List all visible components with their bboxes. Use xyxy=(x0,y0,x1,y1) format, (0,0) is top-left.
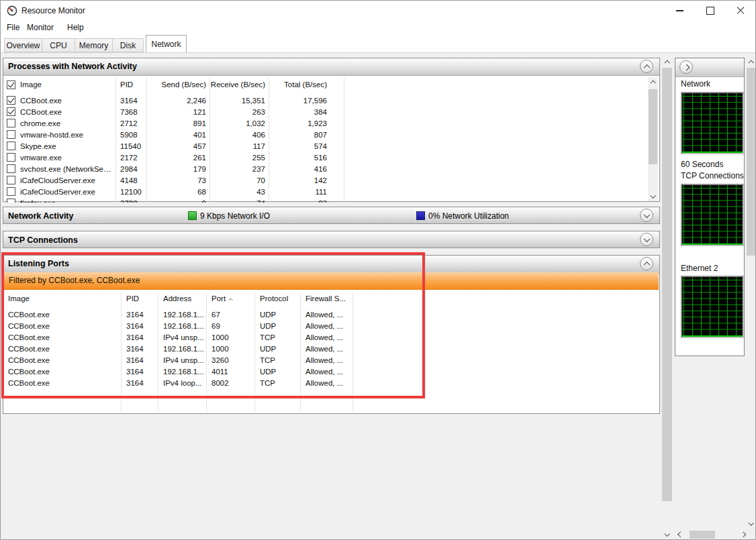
scroll-down-icon[interactable] xyxy=(648,191,658,201)
process-row[interactable]: CCBoot.exe31642,24615,35117,596 xyxy=(7,95,646,106)
network-io-legend-icon xyxy=(188,211,197,220)
scroll-down-icon[interactable] xyxy=(746,519,756,529)
port-pid: 3164 xyxy=(121,311,158,319)
scrollbar-thumb[interactable] xyxy=(747,68,756,256)
process-row[interactable]: Skype.exe11540457117574 xyxy=(7,140,646,152)
process-checkbox[interactable] xyxy=(7,187,15,196)
process-send: 179 xyxy=(146,165,209,173)
tab-network[interactable]: Network xyxy=(146,35,187,52)
collapse-listening-ports-button[interactable] xyxy=(640,257,653,270)
process-send: 891 xyxy=(146,119,209,127)
scroll-down-icon[interactable] xyxy=(661,529,673,539)
process-pid: 11540 xyxy=(115,142,146,150)
process-checkbox[interactable] xyxy=(7,176,15,184)
process-row[interactable]: svchost.exe (NetworkService...2984179237… xyxy=(7,163,646,174)
chevron-right-icon xyxy=(683,64,690,70)
header-pid[interactable]: PID xyxy=(115,80,146,89)
header-address[interactable]: Address xyxy=(158,294,206,303)
process-checkbox[interactable] xyxy=(7,153,15,162)
expand-network-activity-button[interactable] xyxy=(640,209,653,222)
process-row[interactable]: firefox.exe278897483 xyxy=(7,197,646,203)
process-row[interactable]: iCafeCloudServer.exe41487370142 xyxy=(7,174,646,186)
scrollbar-thumb[interactable] xyxy=(690,531,715,539)
process-row[interactable]: CCBoot.exe7368121263384 xyxy=(7,106,646,117)
close-button[interactable] xyxy=(725,1,755,21)
menu-monitor[interactable]: Monitor xyxy=(27,23,54,32)
process-image-name: CCBoot.exe xyxy=(20,97,62,105)
sidebar-horizontal-scrollbar[interactable] xyxy=(676,530,747,539)
scroll-right-icon[interactable] xyxy=(739,530,747,539)
graph-label-ethernet-2: Ethernet 2 xyxy=(681,264,718,273)
collapse-graphs-button[interactable] xyxy=(679,60,693,74)
process-total: 111 xyxy=(269,188,344,196)
listening-port-row[interactable]: CCBoot.exe3164192.168.1...67UDPAllowed, … xyxy=(8,309,659,320)
process-receive: 255 xyxy=(209,154,269,162)
port-pid: 3164 xyxy=(121,333,158,341)
scrollbar-thumb[interactable] xyxy=(662,68,672,501)
listening-port-row[interactable]: CCBoot.exe3164IPv4 unsp...3260TCPAllowed… xyxy=(8,354,659,366)
process-checkbox[interactable] xyxy=(7,107,15,116)
collapse-processes-button[interactable] xyxy=(640,60,653,73)
processes-panel: Processes with Network Activity Image PI… xyxy=(3,58,660,202)
process-checkbox[interactable] xyxy=(7,142,15,150)
header-receive[interactable]: Receive (B/sec) xyxy=(209,80,269,89)
process-image-name: iCafeCloudServer.exe xyxy=(20,188,95,196)
tab-overview[interactable]: Overview xyxy=(4,38,42,52)
port-image: CCBoot.exe xyxy=(8,356,121,364)
network-activity-bar: Network Activity 9 Kbps Network I/O 0% N… xyxy=(3,207,660,224)
process-image-name: vmware.exe xyxy=(20,154,62,162)
process-checkbox[interactable] xyxy=(7,119,15,127)
network-activity-title: Network Activity xyxy=(8,211,73,221)
tcp-connections-bar: TCP Connections xyxy=(3,231,660,248)
listening-port-row[interactable]: CCBoot.exe3164192.168.1...69UDPAllowed, … xyxy=(8,320,659,331)
header-image[interactable]: Image xyxy=(8,294,121,303)
tab-cpu[interactable]: CPU xyxy=(42,38,75,52)
menu-help[interactable]: Help xyxy=(67,23,84,32)
port-image: CCBoot.exe xyxy=(8,311,121,319)
scroll-up-icon[interactable] xyxy=(661,57,673,67)
process-send: 2,246 xyxy=(146,97,209,105)
scroll-left-icon[interactable] xyxy=(676,530,685,539)
tabbar: Overview CPU Memory Disk Network xyxy=(1,36,755,53)
listening-port-row[interactable]: CCBoot.exe3164IPv4 unsp...1000TCPAllowed… xyxy=(8,331,659,343)
scroll-up-icon[interactable] xyxy=(648,77,658,87)
scrollbar-thumb[interactable] xyxy=(649,89,657,164)
process-total: 574 xyxy=(269,142,344,150)
titlebar: Resource Monitor xyxy=(1,1,755,21)
header-send[interactable]: Send (B/sec) xyxy=(146,80,209,89)
header-total[interactable]: Total (B/sec) xyxy=(269,80,344,89)
process-checkbox[interactable] xyxy=(7,130,15,139)
port-firewall-status: Allowed, ... xyxy=(300,356,352,364)
maximize-button[interactable] xyxy=(695,1,725,21)
main-vertical-scrollbar[interactable] xyxy=(661,57,673,539)
process-total: 384 xyxy=(269,108,344,116)
select-all-checkbox[interactable] xyxy=(7,80,15,89)
process-row[interactable]: chrome.exe27128911,0321,923 xyxy=(7,117,646,129)
expand-tcp-connections-button[interactable] xyxy=(640,233,653,246)
port-protocol: TCP xyxy=(254,379,300,387)
process-send: 9 xyxy=(146,199,209,203)
header-pid[interactable]: PID xyxy=(121,294,158,303)
tab-disk[interactable]: Disk xyxy=(112,38,144,52)
process-row[interactable]: iCafeCloudServer.exe121006843111 xyxy=(7,186,646,197)
menu-file[interactable]: File xyxy=(7,23,19,32)
process-row[interactable]: vmware.exe2172261255516 xyxy=(7,152,646,163)
minimize-button[interactable] xyxy=(665,1,695,21)
listening-port-row[interactable]: CCBoot.exe3164192.168.1...4011UDPAllowed… xyxy=(8,366,659,377)
processes-rows: CCBoot.exe31642,24615,35117,596CCBoot.ex… xyxy=(3,95,646,203)
scroll-up-icon[interactable] xyxy=(746,57,756,67)
header-protocol[interactable]: Protocol xyxy=(254,294,300,303)
process-row[interactable]: vmware-hostd.exe5908401406807 xyxy=(7,129,646,140)
process-checkbox[interactable] xyxy=(7,96,15,105)
listening-port-row[interactable]: CCBoot.exe3164192.168.1...1000UDPAllowed… xyxy=(8,343,659,354)
processes-scrollbar[interactable] xyxy=(648,77,658,201)
header-image[interactable]: Image xyxy=(7,80,115,89)
process-checkbox[interactable] xyxy=(7,164,15,173)
process-send: 261 xyxy=(146,154,209,162)
listening-port-row[interactable]: CCBoot.exe3164IPv4 loop...8002TCPAllowed… xyxy=(8,377,659,388)
process-checkbox[interactable] xyxy=(7,199,15,203)
tab-memory[interactable]: Memory xyxy=(75,38,113,52)
listening-ports-title: Listening Ports xyxy=(8,259,69,268)
sidebar-vertical-scrollbar[interactable] xyxy=(746,57,756,529)
header-firewall[interactable]: Firewall S... xyxy=(300,294,352,303)
